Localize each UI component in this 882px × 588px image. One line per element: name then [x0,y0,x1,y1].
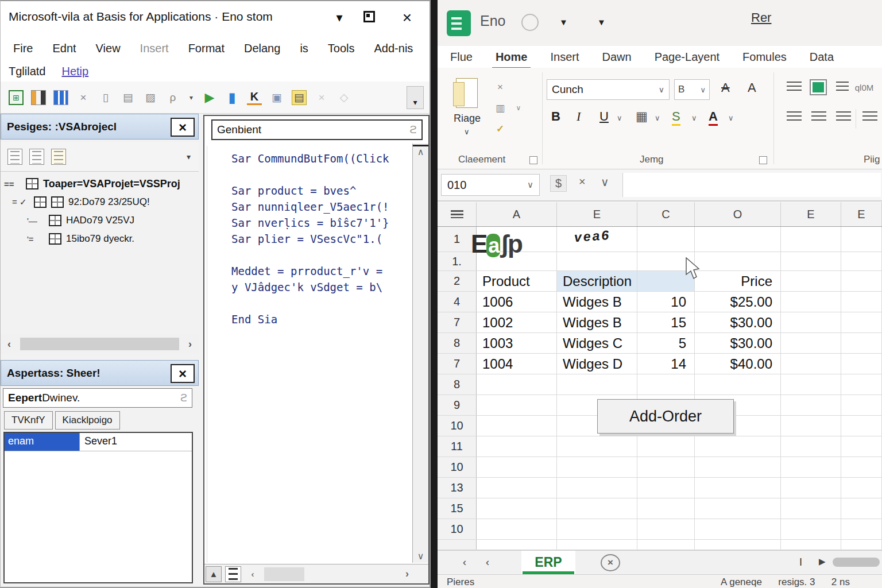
scroll-thumb[interactable] [20,338,179,350]
vba-menu-add-nis[interactable]: Add-nis [374,42,413,55]
cell-O6[interactable]: $30.00 [695,333,781,353]
tree-expander-icon[interactable]: == [4,179,21,189]
undo-dropdown-icon[interactable]: ▾ [188,90,195,105]
font-color-dropdown-icon[interactable]: ∨ [728,114,734,122]
select-all-corner[interactable] [438,202,477,226]
cell-C12[interactable] [637,457,695,477]
vba-menu-ednt[interactable]: Ednt [52,42,76,55]
copy-icon[interactable]: ▥ [493,101,508,115]
search-icon[interactable] [521,14,539,31]
cell-E210[interactable] [781,416,841,436]
cancel-button[interactable]: × [579,175,586,188]
full-module-view-icon[interactable] [225,566,241,582]
vba-menu-tools[interactable]: Tools [328,42,355,55]
underline-button[interactable]: U [599,109,609,124]
cell-A12[interactable] [477,457,557,477]
cell-C5[interactable]: 15 [637,312,695,332]
find-icon[interactable]: ▨ [143,90,158,105]
cell-A7[interactable]: 1004 [477,354,557,374]
top-align-icon[interactable] [787,82,802,92]
font-name-select[interactable]: Cunch ∨ [547,79,670,100]
tree-expander-icon[interactable]: = ✓ [12,197,29,207]
code-hscrollbar[interactable]: ▲ ‹ › [204,564,428,583]
cell-E212[interactable] [781,457,841,477]
column-header-E-5[interactable]: E [841,202,882,226]
paste-dropdown-icon[interactable]: ∨ [464,127,470,136]
properties-tab-1[interactable]: Kiacklpoigo [55,411,120,430]
borders-dropdown-icon[interactable]: ∨ [655,114,660,122]
tab-insert[interactable]: Insert [549,48,580,66]
toolbox-icon[interactable] [53,90,68,105]
enter-button[interactable]: ∨ [601,175,609,189]
wrap-text-icon[interactable] [810,79,827,95]
cell-E25[interactable] [781,312,841,332]
cell-E31[interactable] [841,227,882,252]
add-order-button[interactable]: Add-Order [597,399,734,434]
cell-E23[interactable] [781,271,841,291]
cell-A15[interactable] [477,519,557,539]
paste-icon[interactable] [456,78,478,108]
tree-item[interactable]: = ✓92:Do79 23/25UQ! [4,193,195,211]
vba-menu-delang[interactable]: Delang [244,42,280,55]
restore-button[interactable] [363,11,375,22]
view-code-icon[interactable] [7,149,22,165]
cell-A5[interactable]: 1002 [477,312,557,332]
procedure-selector[interactable]: Genbient ϩ [211,119,423,140]
cell-E6[interactable]: Widges C [557,333,637,353]
sheet-first-icon[interactable]: ‹ [486,556,489,568]
property-value[interactable]: Sever1 [79,433,192,451]
row-header[interactable]: 10 [438,457,477,477]
cell-E28[interactable] [781,374,841,394]
clipboard-dialog-launcher-icon[interactable] [529,156,537,164]
cell-E310[interactable] [841,416,882,436]
project-explorer-close-icon[interactable]: × [171,118,195,137]
cut-icon[interactable]: × [493,80,508,94]
tab-page-layent[interactable]: Page-Layent [653,48,721,66]
formula-input[interactable] [622,173,881,197]
fill-dropdown-icon[interactable]: ∨ [691,114,697,122]
cell-E312[interactable] [841,457,882,477]
cell-E36[interactable] [841,333,882,353]
fill-color-icon[interactable]: S [672,109,680,126]
row-header[interactable]: 8 [438,374,477,394]
cell-E11[interactable] [557,436,637,457]
minimize-button[interactable]: ▾ [328,8,351,28]
undo-icon[interactable]: ρ [165,90,180,105]
row-header[interactable]: 10 [438,519,477,539]
vba-menu-fire[interactable]: Fire [13,42,33,55]
font-color-icon[interactable]: A [709,109,718,126]
toolbar-overflow-button[interactable]: ▾ [407,86,424,109]
procedure-dropdown-icon[interactable]: ϩ [409,123,417,136]
tree-item[interactable]: ==Toaper=VSAProjet=VSSProj [4,175,195,193]
property-row[interactable]: enamSever1 [5,433,192,451]
cell-C4[interactable]: 10 [637,292,695,312]
cell-A6[interactable]: 1003 [477,333,557,353]
cell-O14[interactable] [695,498,781,519]
cell-A13[interactable] [477,478,557,498]
cell-A10[interactable] [477,416,557,436]
cell-O7[interactable]: $40.00 [695,354,781,374]
paste-icon[interactable]: ▤ [121,90,136,105]
vba-menu-is[interactable]: is [300,42,308,55]
cell-E33[interactable] [841,271,882,291]
scroll-left-icon[interactable]: ‹ [1,338,18,350]
cell-A11[interactable] [477,436,557,457]
row-header[interactable]: 10 [438,416,477,436]
italic-button[interactable]: I [577,109,581,124]
tree-expander-icon[interactable]: '= [27,234,44,244]
cell-E29[interactable] [781,395,841,415]
procedure-view-icon[interactable]: ▲ [206,566,222,582]
code-editor[interactable]: Sar CommundButFom((Click Sar product = b… [207,146,411,563]
cell-E313[interactable] [841,478,882,498]
sheet-prev-icon[interactable]: ‹ [463,556,466,568]
bold-button[interactable]: B [551,109,560,124]
vba-menu-view[interactable]: View [96,42,121,55]
cell-E35[interactable] [841,312,882,332]
cell-A8[interactable] [477,374,557,394]
cell-E315[interactable] [841,519,882,539]
quick-access-dropdown-icon[interactable]: ▼ [559,17,568,27]
align-right-icon[interactable] [836,111,851,122]
shrink-font-icon[interactable]: A [748,80,756,95]
cell-E24[interactable] [781,292,841,312]
ribbon-dropdown-icon[interactable]: ▼ [597,17,606,27]
